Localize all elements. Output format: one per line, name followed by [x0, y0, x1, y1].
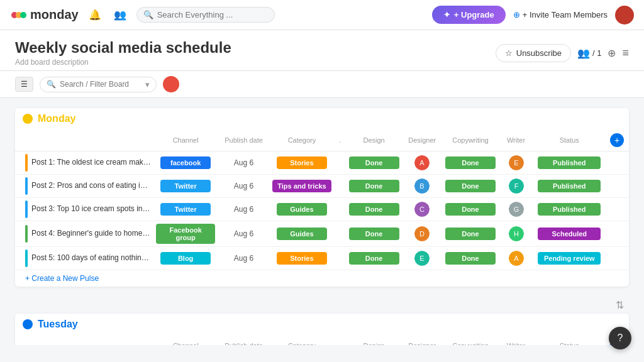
main-content: Monday Channel Publish date Category . D…	[0, 98, 644, 345]
svg-text:A: A	[420, 159, 425, 167]
svg-text:D: D	[419, 230, 425, 238]
filter-input[interactable]	[60, 80, 142, 89]
svg-point-2	[20, 12, 26, 18]
col-copywriting: Copywriting	[443, 129, 499, 151]
menu-icon[interactable]: ≡	[622, 47, 629, 60]
star-icon: ☆	[505, 48, 513, 58]
col-channel: Channel	[153, 129, 218, 151]
row-status[interactable]: Scheduled	[534, 221, 605, 247]
row-date: Aug 6	[218, 151, 270, 175]
row-date: Aug 6	[218, 221, 270, 247]
row-category[interactable]: Stories	[270, 151, 334, 175]
row-copywriting[interactable]: Done	[443, 221, 499, 247]
create-pulse-cell[interactable]: + Create a New Pulse	[15, 270, 629, 287]
svg-text:E: E	[420, 255, 425, 262]
row-copywriting[interactable]: Done	[443, 151, 499, 175]
row-designer[interactable]: A	[402, 151, 442, 175]
toolbar: ☰ 🔍 ▾	[0, 71, 644, 98]
monday-group: Monday Channel Publish date Category . D…	[15, 108, 629, 287]
filter-avatar[interactable]	[163, 76, 179, 92]
row-design[interactable]: Done	[346, 151, 402, 175]
search-bar[interactable]: 🔍	[136, 7, 275, 23]
add-to-favorites-icon[interactable]: ⊕	[608, 47, 616, 59]
row-date: Aug 6	[218, 247, 270, 270]
row-channel[interactable]: Facebook group	[153, 221, 218, 247]
team-icon[interactable]: 👥	[111, 6, 129, 24]
row-designer[interactable]: B	[402, 175, 442, 198]
row-date: Aug 6	[218, 175, 270, 198]
help-fab[interactable]: ?	[609, 327, 631, 345]
filter-bar[interactable]: 🔍 ▾	[40, 77, 157, 92]
row-design[interactable]: Done	[346, 221, 402, 247]
row-category[interactable]: Stories	[270, 247, 334, 270]
col-publish-date: Publish date	[218, 129, 270, 151]
row-writer[interactable]: F	[498, 175, 533, 198]
row-status[interactable]: Published	[534, 151, 605, 175]
row-comma	[334, 198, 346, 221]
row-designer[interactable]: D	[402, 221, 442, 247]
row-name[interactable]: Post 1: The oldest ice cream maker alive…	[15, 151, 153, 175]
row-status[interactable]: Pending review	[534, 247, 605, 270]
invite-button[interactable]: ⊕ + Invite Team Members	[513, 10, 608, 19]
col-copywriting: Copywriting	[443, 335, 499, 345]
search-input[interactable]	[157, 10, 252, 19]
sort-icon[interactable]: ⇅	[616, 299, 624, 311]
user-avatar[interactable]	[615, 6, 634, 25]
row-writer[interactable]: A	[498, 247, 533, 270]
filter-dropdown-icon[interactable]: ▾	[145, 80, 150, 89]
board-description[interactable]: Add board description	[15, 58, 231, 67]
row-designer[interactable]: C	[402, 198, 442, 221]
row-copywriting[interactable]: Done	[443, 247, 499, 270]
row-category[interactable]: Guides	[270, 221, 334, 247]
row-writer[interactable]: G	[498, 198, 533, 221]
row-add	[605, 198, 629, 221]
row-writer[interactable]: H	[498, 221, 533, 247]
upgrade-button[interactable]: ✦ + Upgrade	[432, 6, 506, 24]
svg-text:G: G	[513, 206, 519, 213]
monday-table: Channel Publish date Category . Design D…	[15, 129, 629, 287]
row-add	[605, 151, 629, 175]
row-name[interactable]: Post 5: 100 days of eating nothing but i…	[15, 247, 153, 270]
row-designer[interactable]: E	[402, 247, 442, 270]
tuesday-group-dot[interactable]	[23, 319, 33, 329]
header: monday 🔔 👥 🔍 ✦ + Upgrade ⊕ + Invite Team…	[0, 0, 644, 30]
members-icon: 👥	[577, 47, 590, 59]
members-button[interactable]: 👥 / 1	[577, 47, 601, 59]
row-comma	[334, 151, 346, 175]
tuesday-group: Tuesday Channel Publish date Category . …	[15, 314, 629, 345]
row-channel[interactable]: Twitter	[153, 175, 218, 198]
notification-icon[interactable]: 🔔	[86, 6, 104, 24]
row-channel[interactable]: Blog	[153, 247, 218, 270]
row-status[interactable]: Published	[534, 175, 605, 198]
tuesday-group-title[interactable]: Tuesday	[38, 319, 78, 330]
col-designer: Designer	[402, 335, 442, 345]
create-pulse-row[interactable]: + Create a New Pulse	[15, 270, 629, 287]
row-category[interactable]: Guides	[270, 198, 334, 221]
row-design[interactable]: Done	[346, 198, 402, 221]
upgrade-icon: ✦	[443, 10, 450, 19]
row-design[interactable]: Done	[346, 247, 402, 270]
view-toggle[interactable]: ☰	[15, 77, 33, 92]
invite-icon: ⊕	[513, 10, 520, 19]
row-channel[interactable]: Twitter	[153, 198, 218, 221]
monday-group-title[interactable]: Monday	[38, 113, 75, 124]
row-name[interactable]: Post 3: Top 10 ice cream spots in town	[15, 198, 153, 221]
row-copywriting[interactable]: Done	[443, 175, 499, 198]
row-writer[interactable]: E	[498, 151, 533, 175]
row-category[interactable]: Tips and tricks	[270, 175, 334, 198]
col-name	[15, 129, 153, 151]
row-copywriting[interactable]: Done	[443, 198, 499, 221]
row-status[interactable]: Published	[534, 198, 605, 221]
add-column-button[interactable]: +	[610, 133, 624, 147]
row-channel[interactable]: facebook	[153, 151, 218, 175]
unsubscribe-button[interactable]: ☆ Unsubscribe	[496, 44, 571, 62]
row-design[interactable]: Done	[346, 175, 402, 198]
svg-text:B: B	[420, 182, 425, 190]
col-comma: .	[334, 335, 346, 345]
row-name[interactable]: Post 4: Beginner's guide to homemade ic.…	[15, 221, 153, 247]
row-name[interactable]: Post 2: Pros and cons of eating ice crea…	[15, 175, 153, 198]
monday-group-dot[interactable]	[23, 114, 33, 124]
col-designer: Designer	[402, 129, 442, 151]
col-add[interactable]: +	[605, 129, 629, 151]
table-row: Post 1: The oldest ice cream maker alive…	[15, 151, 629, 175]
